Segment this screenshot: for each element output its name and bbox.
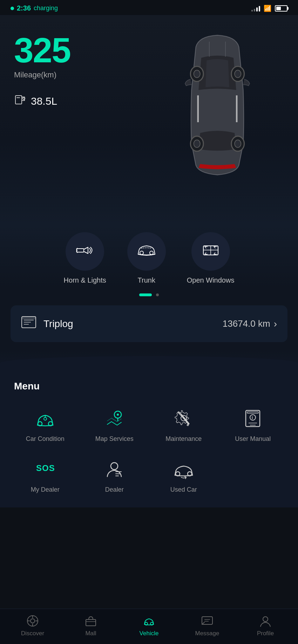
menu-item-my-dealer[interactable]: SOS My Dealer — [14, 457, 76, 493]
user-manual-icon-wrap: i — [239, 406, 267, 430]
status-left: 2:36 charging — [11, 4, 58, 12]
menu-section: Menu Car Condition — [0, 370, 298, 507]
nav-mall[interactable]: Mall — [73, 615, 108, 637]
menu-item-empty — [222, 457, 284, 493]
vehicle-icon — [143, 615, 155, 627]
fuel-icon — [14, 94, 27, 109]
svg-rect-18 — [22, 317, 36, 319]
fuel-row: 38.5L — [14, 94, 70, 109]
nav-mall-label: Mall — [85, 630, 96, 637]
svg-rect-29 — [247, 412, 258, 413]
triplog-section: Triplog 13674.0 km › — [0, 302, 298, 349]
map-services-icon-wrap — [100, 406, 128, 430]
hero-section: 325 Mileage(km) 38.5L — [0, 15, 298, 225]
used-car-icon — [171, 458, 196, 479]
quick-actions: Horn & Lights Trunk — [0, 225, 298, 288]
nav-message[interactable]: Message — [190, 615, 225, 637]
svg-point-15 — [150, 251, 153, 255]
svg-rect-10 — [77, 249, 84, 252]
nav-message-label: Message — [195, 630, 219, 637]
action-trunk-label: Trunk — [138, 276, 155, 284]
charging-label: charging — [34, 5, 58, 12]
open-windows-icon — [202, 243, 219, 260]
svg-point-9 — [235, 140, 241, 147]
svg-point-24 — [117, 414, 119, 416]
menu-item-dealer[interactable]: Dealer — [83, 457, 146, 493]
svg-point-33 — [111, 463, 118, 470]
svg-point-40 — [31, 619, 35, 623]
nav-profile-label: Profile — [257, 630, 274, 637]
menu-label-car-condition: Car Condition — [26, 435, 65, 443]
svg-text:SOS: SOS — [36, 463, 55, 473]
svg-rect-0 — [15, 96, 22, 104]
svg-line-26 — [182, 415, 189, 424]
menu-title: Menu — [14, 381, 284, 392]
svg-rect-45 — [86, 619, 96, 626]
my-dealer-icon-wrap: SOS — [31, 457, 59, 481]
menu-item-user-manual[interactable]: i User Manual — [222, 406, 284, 443]
wave-separator — [0, 349, 298, 370]
svg-point-7 — [194, 140, 200, 147]
mileage-label: Mileage(km) — [14, 70, 70, 79]
menu-label-user-manual: User Manual — [235, 435, 271, 443]
action-horn-lights-circle[interactable] — [66, 232, 104, 271]
signal-icon — [251, 5, 260, 12]
triplog-icon — [21, 315, 36, 332]
dealer-icon — [104, 458, 125, 479]
menu-label-used-car: Used Car — [170, 486, 197, 493]
action-trunk-circle[interactable] — [127, 232, 166, 271]
triplog-left: Triplog — [21, 315, 73, 332]
svg-point-3 — [194, 70, 200, 77]
menu-item-car-condition[interactable]: Car Condition — [14, 406, 76, 443]
pagination-dot-active — [139, 293, 152, 296]
nav-vehicle-label: Vehicle — [140, 630, 159, 637]
menu-item-maintenance[interactable]: Maintenance — [153, 406, 215, 443]
status-bar: 2:36 charging 📶 — [0, 0, 298, 15]
status-icons: 📶 — [251, 5, 287, 12]
discover-icon — [26, 615, 39, 627]
dealer-icon-wrap — [100, 457, 128, 481]
profile-icon — [259, 615, 272, 627]
menu-item-map-services[interactable]: Map Services — [83, 406, 146, 443]
svg-point-1 — [23, 97, 25, 99]
my-dealer-icon: SOS — [35, 458, 56, 479]
menu-grid-row2: SOS My Dealer Dealer — [14, 457, 284, 493]
nav-vehicle[interactable]: Vehicle — [131, 615, 167, 637]
fuel-value: 38.5L — [31, 95, 57, 107]
nav-discover[interactable]: Discover — [15, 615, 50, 637]
nav-discover-label: Discover — [21, 630, 44, 637]
maintenance-icon-wrap — [170, 406, 198, 430]
empty-icon-wrap — [239, 457, 267, 481]
car-condition-icon-wrap — [31, 406, 59, 430]
car-condition-icon — [33, 408, 57, 429]
mall-icon — [84, 615, 97, 627]
action-horn-lights[interactable]: Horn & Lights — [64, 232, 106, 284]
svg-point-5 — [235, 70, 241, 77]
maintenance-icon — [173, 408, 194, 429]
charging-indicator — [11, 7, 14, 10]
svg-point-21 — [44, 417, 47, 420]
pagination-dot-inactive — [156, 293, 159, 296]
action-open-windows-circle[interactable] — [191, 232, 230, 271]
menu-item-used-car[interactable]: Used Car — [153, 457, 215, 493]
pagination — [0, 288, 298, 302]
menu-label-dealer: Dealer — [105, 486, 124, 493]
menu-grid-row1: Car Condition Map Services — [14, 406, 284, 443]
action-horn-lights-label: Horn & Lights — [64, 276, 106, 284]
svg-point-14 — [140, 251, 143, 255]
action-trunk[interactable]: Trunk — [127, 232, 166, 284]
wifi-icon: 📶 — [264, 5, 271, 12]
svg-point-52 — [263, 617, 268, 622]
nav-profile[interactable]: Profile — [248, 615, 283, 637]
action-open-windows[interactable]: Open Windows — [187, 232, 235, 284]
used-car-icon-wrap — [170, 457, 198, 481]
car-image — [151, 22, 284, 190]
map-services-icon — [104, 408, 125, 429]
triplog-card[interactable]: Triplog 13674.0 km › — [11, 305, 287, 342]
triplog-value: 13674.0 km — [223, 318, 270, 329]
trunk-icon — [136, 243, 157, 260]
mileage-value: 325 — [14, 33, 70, 68]
svg-text:i: i — [252, 415, 253, 420]
menu-label-my-dealer: My Dealer — [31, 486, 60, 493]
menu-label-map-services: Map Services — [95, 435, 134, 443]
